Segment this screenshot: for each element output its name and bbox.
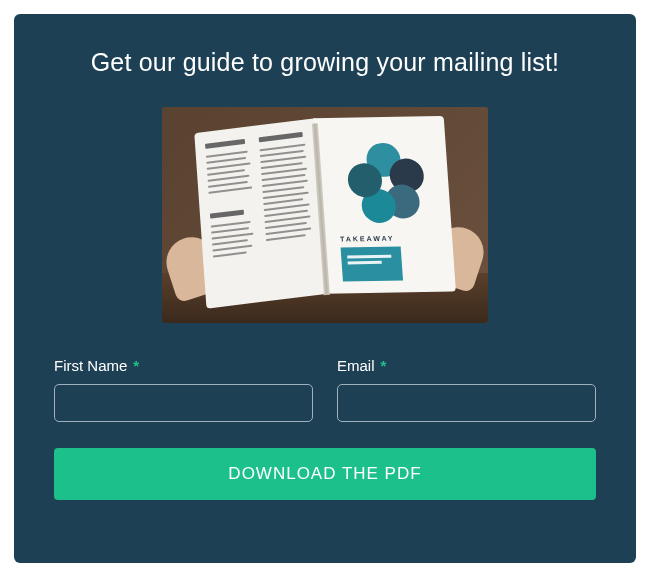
first-name-field-group: First Name * — [54, 357, 313, 422]
email-field-group: Email * — [337, 357, 596, 422]
email-input[interactable] — [337, 384, 596, 422]
callout-box-icon — [341, 246, 403, 281]
required-mark: * — [381, 357, 387, 374]
download-pdf-button[interactable]: DOWNLOAD THE PDF — [54, 448, 596, 500]
takeaway-label: TAKEAWAY — [340, 235, 395, 243]
email-label: Email — [337, 357, 375, 374]
first-name-input[interactable] — [54, 384, 313, 422]
signup-card: Get our guide to growing your mailing li… — [14, 14, 636, 563]
first-name-label: First Name — [54, 357, 127, 374]
hero-image-wrap: TAKEAWAY — [54, 107, 596, 323]
open-book-icon: TAKEAWAY — [194, 112, 456, 309]
venn-diagram-icon — [343, 142, 429, 223]
form-row: First Name * Email * — [54, 357, 596, 422]
page-title: Get our guide to growing your mailing li… — [54, 48, 596, 77]
required-mark: * — [133, 357, 139, 374]
hero-image: TAKEAWAY — [162, 107, 488, 323]
